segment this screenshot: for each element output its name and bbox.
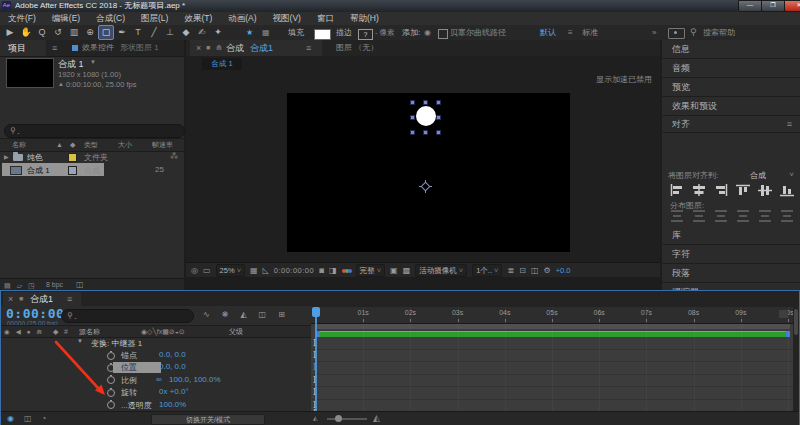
sidebar-panel-libraries[interactable]: 库 <box>662 226 800 245</box>
property-value[interactable]: 0.0, 0.0 <box>159 362 186 371</box>
align-horizontal-center-icon[interactable] <box>692 184 706 199</box>
selection-handle[interactable] <box>423 100 428 105</box>
mask-visibility-icon[interactable]: ◺ <box>263 266 269 275</box>
live-update-icon[interactable]: ❋ <box>222 310 229 319</box>
property-label[interactable]: 位置 <box>121 362 137 373</box>
timeline-search-input[interactable]: ⚲ ˬ <box>61 309 194 323</box>
comp-viewer-subtab[interactable]: 合成 1 <box>202 58 242 70</box>
property-value[interactable]: 0.0, 0.0 <box>159 350 186 359</box>
close-button[interactable]: ✕ <box>784 0 800 12</box>
align-top-icon[interactable] <box>736 184 750 199</box>
property-row-4[interactable]: 旋转0x +0.0° <box>1 386 311 398</box>
align-bottom-icon[interactable] <box>780 184 794 199</box>
project-panel-menu-icon[interactable]: ≡ <box>52 40 57 56</box>
align-right-icon[interactable] <box>714 184 728 199</box>
label-swatch[interactable] <box>68 153 77 162</box>
rectangle-tool[interactable]: ▢ <box>98 25 114 40</box>
sidebar-panel-audio[interactable]: 音频 <box>662 59 800 78</box>
timeline-button-icon[interactable]: ◫ <box>531 266 539 275</box>
menu-item-5[interactable]: 效果(T) <box>176 12 220 25</box>
flowchart-button-icon[interactable]: ⚙ <box>543 266 550 275</box>
workspace-standard-tab[interactable]: 标准 <box>582 25 598 40</box>
add-menu-icon[interactable]: ◉ <box>424 25 431 40</box>
pan-behind-tool[interactable]: ⊕ <box>82 25 98 40</box>
sidebar-panel-effects-presets[interactable]: 效果和预设 <box>662 97 800 116</box>
bezier-path-label[interactable]: 贝塞尔曲线路径 <box>450 25 506 40</box>
sidebar-panel-preview[interactable]: 预览 <box>662 78 800 97</box>
search-icon[interactable]: ⚲ <box>690 25 697 40</box>
row-expander-icon[interactable]: ▶ <box>4 153 9 160</box>
selection-handle[interactable] <box>410 130 415 135</box>
puppet-pin-tool[interactable]: ✦ <box>210 25 226 40</box>
distribute-top-icon[interactable] <box>670 210 684 224</box>
workspace-default-tab[interactable]: 默认 <box>540 25 556 40</box>
distribute-bottom-icon[interactable] <box>714 210 728 224</box>
distribute-horizontal-center-icon[interactable] <box>758 210 772 224</box>
exposure-control[interactable]: +0.0 <box>556 266 571 275</box>
timeline-zoom-slider[interactable] <box>327 418 367 420</box>
property-label[interactable]: 旋转 <box>121 387 137 398</box>
stroke-width-value[interactable]: - 像素 <box>375 25 395 40</box>
stopwatch-icon[interactable] <box>107 389 115 397</box>
pixel-aspect-icon[interactable]: ≣ <box>507 266 514 275</box>
hand-tool[interactable]: ✋ <box>18 25 34 40</box>
comp-panel-menu-icon[interactable]: ≡ <box>306 40 311 56</box>
work-area-bar[interactable] <box>316 324 790 329</box>
layer-in-handle[interactable] <box>316 331 320 337</box>
selection-tool[interactable]: ▶ <box>2 25 18 40</box>
property-row-2[interactable]: 位置0.0, 0.0 <box>1 361 311 373</box>
comp-name-caret-icon[interactable]: ▼ <box>90 59 96 65</box>
property-row-3[interactable]: 比例∞100.0, 100.0% <box>1 374 311 386</box>
menu-item-1[interactable]: 文件(F) <box>0 12 44 25</box>
minimize-button[interactable]: — <box>738 0 762 12</box>
active-camera-dropdown[interactable]: 活动摄像机 <box>415 264 467 277</box>
brush-tool[interactable]: ╱ <box>146 25 162 40</box>
property-value[interactable]: 0x +0.0° <box>159 387 189 396</box>
new-folder-icon[interactable]: ▱ <box>17 282 22 289</box>
resolution-dropdown[interactable]: 完整 <box>356 264 385 277</box>
stopwatch-icon[interactable] <box>107 401 115 409</box>
bezier-path-checkbox[interactable] <box>438 29 448 39</box>
property-label[interactable]: 比例 <box>121 375 137 386</box>
table-row[interactable]: ▶ 纯色 文件夹 ⁂ <box>0 150 184 163</box>
align-vertical-center-icon[interactable] <box>758 184 772 199</box>
snapshot-icon[interactable]: ◙ <box>319 266 324 275</box>
camera-tool[interactable]: ▥ <box>66 25 82 40</box>
timeline-scrollbar-thumb[interactable] <box>794 309 798 335</box>
frame-blend-icon[interactable]: ◫ <box>259 310 267 319</box>
workspace-bar-icon[interactable] <box>668 28 685 39</box>
menu-item-8[interactable]: 窗口 <box>309 12 342 25</box>
menu-item-6[interactable]: 动画(A) <box>220 12 264 25</box>
maximize-button[interactable]: ❐ <box>761 0 785 12</box>
stopwatch-icon[interactable] <box>107 376 115 384</box>
clone-stamp-tool[interactable]: ⊥ <box>162 25 178 40</box>
show-snapshot-icon[interactable]: ◨ <box>329 266 337 275</box>
property-row-1[interactable]: 锚点0.0, 0.0 <box>1 349 311 361</box>
pen-tool[interactable]: ✒ <box>114 25 130 40</box>
align-left-icon[interactable] <box>670 184 684 199</box>
fast-previews-icon[interactable]: ⊡ <box>519 266 526 275</box>
tab-effect-controls[interactable]: 效果控件 <box>82 40 114 56</box>
anchor-point-icon[interactable] <box>419 180 432 193</box>
transparency-grid-icon[interactable]: ▩ <box>403 266 411 275</box>
distribute-left-icon[interactable] <box>736 210 750 224</box>
menu-item-4[interactable]: 图层(L) <box>133 12 176 25</box>
align-panel-menu-icon[interactable]: ≡ <box>787 116 792 132</box>
align-to-dropdown[interactable]: 合成 <box>750 170 766 181</box>
menu-item-7[interactable]: 视图(V) <box>265 12 309 25</box>
selection-handle[interactable] <box>436 130 441 135</box>
sidebar-panel-character[interactable]: 字符 <box>662 245 800 264</box>
table-row[interactable]: 合成 1 合成 25 <box>0 163 184 176</box>
layer-duration-bar[interactable] <box>316 331 790 337</box>
toggle-switches-button[interactable]: 切换开关/模式 <box>151 414 265 425</box>
comp-mini-flowchart-icon[interactable]: ∿ <box>203 310 210 319</box>
property-value[interactable]: 100.0% <box>159 400 186 409</box>
fill-label[interactable]: 填充 <box>288 25 304 40</box>
fill-color-swatch[interactable] <box>314 29 331 40</box>
workspace-menu-icon[interactable]: ≡ <box>568 25 573 40</box>
comp-viewer[interactable]: 合成 1 显示加速已禁用 <box>186 56 660 262</box>
stopwatch-icon[interactable] <box>107 364 115 372</box>
selection-handle[interactable] <box>423 130 428 135</box>
project-search-input[interactable]: ⚲ ˬ <box>4 124 185 138</box>
magnification-dropdown[interactable]: 25% <box>216 264 245 277</box>
